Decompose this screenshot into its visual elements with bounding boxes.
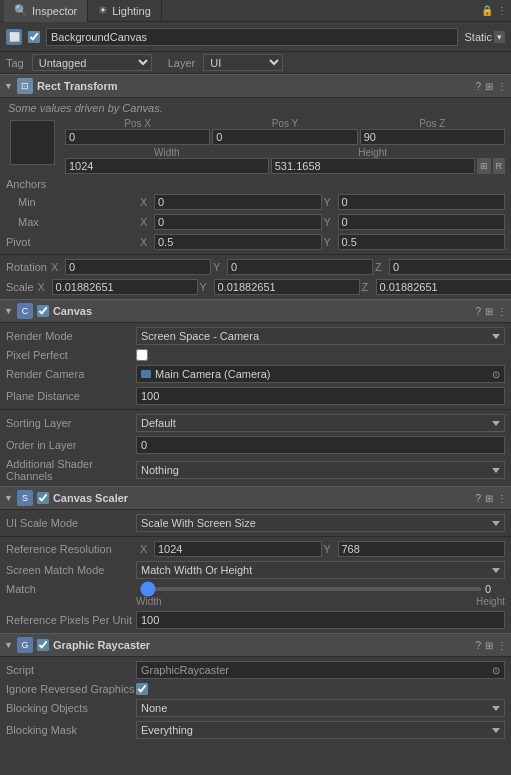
- anchor-preview-box: [6, 118, 61, 174]
- scale-y-input[interactable]: [214, 279, 360, 295]
- pos-x-label: Pos X: [65, 118, 210, 129]
- reset-button[interactable]: R: [493, 158, 506, 174]
- canvas-icon: C: [17, 303, 33, 319]
- tab-lighting[interactable]: ☀ Lighting: [88, 0, 162, 22]
- ref-res-value: X Y: [140, 541, 505, 557]
- pixel-perfect-checkbox[interactable]: [136, 349, 148, 361]
- static-dropdown[interactable]: Static ▾: [464, 31, 505, 43]
- pos-x-col: Pos X: [65, 118, 210, 145]
- scale-z-input[interactable]: [376, 279, 511, 295]
- rect-settings-icon[interactable]: ⊞: [485, 81, 493, 92]
- gr-collapse-icon[interactable]: ▼: [4, 640, 13, 650]
- min-y-input[interactable]: [338, 194, 506, 210]
- gr-help-icon[interactable]: ?: [475, 640, 481, 651]
- gr-settings-icon[interactable]: ⊞: [485, 640, 493, 651]
- wh-row: Width Height ⊞ R: [65, 147, 505, 174]
- ref-res-y-input[interactable]: [338, 541, 506, 557]
- script-target-icon[interactable]: ⊙: [492, 665, 500, 676]
- screen-match-mode-dropdown[interactable]: Match Width Or Height: [136, 561, 505, 579]
- canvas-menu-icon[interactable]: ⋮: [497, 306, 507, 317]
- min-x-input[interactable]: [154, 194, 322, 210]
- blocking-mask-row: Blocking Mask Everything: [0, 719, 511, 741]
- additional-shader-dropdown[interactable]: Nothing: [136, 461, 505, 479]
- pivot-x-input[interactable]: [154, 234, 322, 250]
- canvas-scaler-collapse-icon[interactable]: ▼: [4, 493, 13, 503]
- max-x-input[interactable]: [154, 214, 322, 230]
- canvas-help-icon[interactable]: ?: [475, 306, 481, 317]
- rot-z-input[interactable]: [389, 259, 511, 275]
- ref-pixels-input[interactable]: [136, 611, 505, 629]
- component-name-input[interactable]: [46, 28, 458, 46]
- tab-bar: 🔍 Inspector ☀ Lighting: [4, 0, 162, 22]
- pos-z-input[interactable]: [360, 129, 505, 145]
- layer-dropdown[interactable]: UI: [203, 54, 283, 71]
- screen-match-mode-label: Screen Match Mode: [6, 564, 136, 576]
- match-width-label: Width: [136, 596, 162, 607]
- object-icon: ⬜: [6, 29, 22, 45]
- ui-scale-mode-dropdown[interactable]: Scale With Screen Size: [136, 514, 505, 532]
- render-mode-dropdown[interactable]: Screen Space - Camera: [136, 327, 505, 345]
- canvas-scaler-settings-icon[interactable]: ⊞: [485, 493, 493, 504]
- additional-shader-row: Additional Shader Channels Nothing: [0, 456, 511, 484]
- static-label: Static: [464, 31, 492, 43]
- rot-x-label: X: [51, 261, 63, 273]
- canvas-scaler-active-checkbox[interactable]: [37, 492, 49, 504]
- pivot-x-label: X: [140, 236, 152, 248]
- canvas-collapse-icon[interactable]: ▼: [4, 306, 13, 316]
- sorting-layer-dropdown[interactable]: Default: [136, 414, 505, 432]
- lock-icon[interactable]: 🔒: [481, 5, 493, 16]
- menu-icon[interactable]: ⋮: [497, 5, 507, 16]
- tab-inspector[interactable]: 🔍 Inspector: [4, 0, 88, 22]
- gr-active-checkbox[interactable]: [37, 639, 49, 651]
- rotation-label: Rotation: [6, 261, 47, 273]
- plane-distance-label: Plane Distance: [6, 390, 136, 402]
- ref-res-x-input[interactable]: [154, 541, 322, 557]
- ref-res-row: Reference Resolution X Y: [0, 539, 511, 559]
- rect-menu-icon[interactable]: ⋮: [497, 81, 507, 92]
- script-label: Script: [6, 664, 136, 676]
- canvas-active-checkbox[interactable]: [37, 305, 49, 317]
- rotation-value: X Y Z: [51, 259, 511, 275]
- order-layer-input[interactable]: [136, 436, 505, 454]
- topbar-icons: 🔒 ⋮: [481, 5, 507, 16]
- scale-x-input[interactable]: [52, 279, 198, 295]
- scale-row: Scale X Y Z: [0, 277, 511, 297]
- canvas-settings-icon[interactable]: ⊞: [485, 306, 493, 317]
- ignore-reversed-label: Ignore Reversed Graphics: [6, 683, 136, 695]
- render-camera-row: Render Camera Main Camera (Camera) ⊙: [0, 363, 511, 385]
- tab-inspector-label: Inspector: [32, 5, 77, 17]
- plane-distance-input[interactable]: [136, 387, 505, 405]
- pos-z-label: Pos Z: [360, 118, 505, 129]
- pivot-value: X Y: [140, 234, 505, 250]
- pivot-label: Pivot: [6, 236, 136, 248]
- pos-y-input[interactable]: [212, 129, 357, 145]
- gr-menu-icon[interactable]: ⋮: [497, 640, 507, 651]
- driven-text: Some values driven by Canvas.: [8, 102, 163, 114]
- rot-x-input[interactable]: [65, 259, 211, 275]
- blocking-mask-dropdown[interactable]: Everything: [136, 721, 505, 739]
- height-input[interactable]: [271, 158, 475, 174]
- pivot-row: Pivot X Y: [0, 232, 511, 252]
- canvas-scaler-section-icons: ? ⊞ ⋮: [475, 493, 507, 504]
- ignore-reversed-checkbox[interactable]: [136, 683, 148, 695]
- width-input[interactable]: [65, 158, 269, 174]
- script-name: GraphicRaycaster: [141, 664, 229, 676]
- pivot-y-input[interactable]: [338, 234, 506, 250]
- render-camera-target-icon[interactable]: ⊙: [492, 369, 500, 380]
- blocking-objects-dropdown[interactable]: None: [136, 699, 505, 717]
- tag-dropdown[interactable]: Untagged: [32, 54, 152, 71]
- max-y-input[interactable]: [338, 214, 506, 230]
- canvas-scaler-menu-icon[interactable]: ⋮: [497, 493, 507, 504]
- pos-x-input[interactable]: [65, 129, 210, 145]
- rect-transform-collapse-icon[interactable]: ▼: [4, 81, 13, 91]
- match-slider[interactable]: [140, 587, 481, 591]
- active-checkbox[interactable]: [28, 31, 40, 43]
- constrain-button[interactable]: ⊞: [477, 158, 491, 174]
- order-layer-row: Order in Layer: [0, 434, 511, 456]
- canvas-scaler-help-icon[interactable]: ?: [475, 493, 481, 504]
- rect-transform-content: Some values driven by Canvas. Pos X Pos …: [0, 98, 511, 299]
- rot-y-input[interactable]: [227, 259, 373, 275]
- rect-help-icon[interactable]: ?: [475, 81, 481, 92]
- static-arrow-button[interactable]: ▾: [494, 31, 505, 43]
- ref-pixels-row: Reference Pixels Per Unit: [0, 609, 511, 631]
